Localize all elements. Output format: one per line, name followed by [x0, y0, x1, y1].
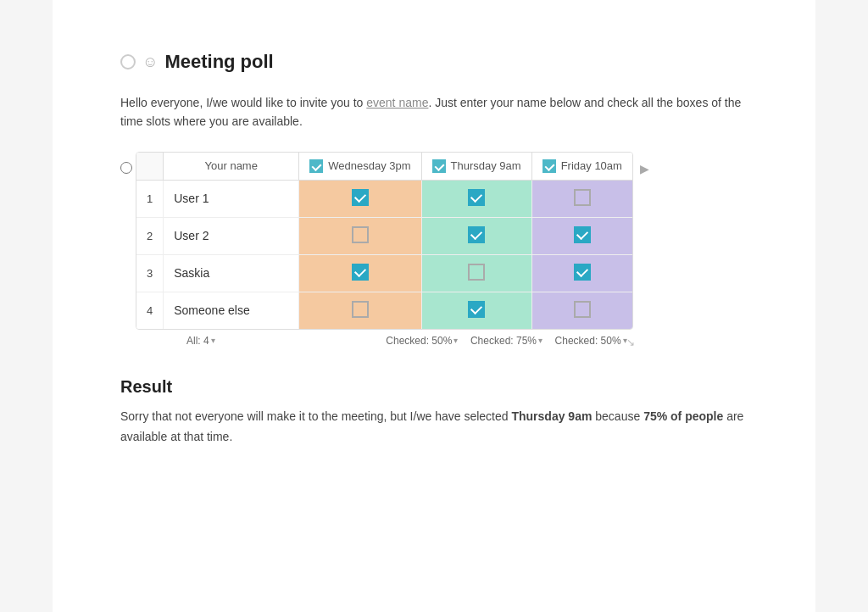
poll-table-wrapper: Your name Wednesday 3pm — [136, 152, 633, 330]
row-wednesday-cell[interactable] — [299, 180, 421, 217]
checkbox-wednesday-1[interactable] — [352, 189, 369, 206]
row-number-cell: 3 — [136, 254, 164, 292]
row-friday-cell[interactable] — [531, 217, 632, 254]
result-title: Result — [120, 377, 748, 397]
friday-header: Friday 10am — [531, 153, 632, 181]
checkbox-friday-2[interactable] — [574, 226, 591, 243]
poll-container: Your name Wednesday 3pm — [120, 152, 748, 350]
row-friday-cell[interactable] — [531, 254, 632, 292]
checkbox-friday-1[interactable] — [574, 189, 591, 206]
row-name-cell: User 1 — [164, 180, 299, 217]
row-thursday-cell[interactable] — [421, 217, 531, 254]
row-wednesday-cell[interactable] — [299, 254, 421, 292]
table-row: 3Saskia — [136, 254, 632, 292]
checkbox-thursday-3[interactable] — [468, 264, 485, 281]
table-row: 2User 2 — [136, 217, 632, 254]
row-thursday-cell[interactable] — [421, 180, 531, 217]
row-wednesday-cell[interactable] — [299, 217, 421, 254]
result-percentage: 75% of people — [643, 409, 723, 423]
row-name-cell: Someone else — [164, 292, 299, 329]
row-name-cell: User 2 — [164, 217, 299, 254]
expand-arrow[interactable]: ▶ — [640, 162, 649, 175]
row-thursday-cell[interactable] — [421, 292, 531, 329]
checkbox-wednesday-4[interactable] — [352, 301, 369, 318]
thursday-header-checkbox[interactable] — [432, 159, 446, 173]
radio-icon — [120, 54, 136, 70]
table-header-row: Your name Wednesday 3pm — [136, 153, 632, 181]
name-col-header: Your name — [164, 153, 299, 181]
row-number-cell: 2 — [136, 217, 164, 254]
smiley-icon: ☺ — [142, 53, 158, 71]
table-row: 1User 1 — [136, 180, 632, 217]
selected-slot: Thursday 9am — [511, 409, 592, 423]
poll-radio-input[interactable] — [120, 162, 132, 174]
poll-radio[interactable] — [120, 162, 132, 176]
row-friday-cell[interactable] — [531, 180, 632, 217]
wednesday-dropdown-arrow[interactable]: ▾ — [453, 336, 458, 345]
row-num-header — [136, 153, 164, 181]
checkbox-wednesday-3[interactable] — [352, 264, 369, 281]
row-number-cell: 4 — [136, 292, 164, 329]
checkbox-wednesday-2[interactable] — [352, 226, 369, 243]
result-text: Sorry that not everyone will make it to … — [120, 407, 748, 448]
thursday-dropdown-arrow[interactable]: ▾ — [538, 336, 542, 345]
table-footer: All: 4 ▾ Checked: 50% ▾ Checked: 75% ▾ C… — [136, 330, 633, 350]
checkbox-friday-4[interactable] — [574, 301, 591, 318]
thursday-header: Thursday 9am — [421, 153, 531, 181]
poll-table: Your name Wednesday 3pm — [136, 153, 632, 329]
poll-table-outer: Your name Wednesday 3pm — [136, 152, 633, 350]
checkbox-thursday-2[interactable] — [468, 226, 485, 243]
row-name-cell: Saskia — [164, 254, 299, 292]
all-dropdown-arrow[interactable]: ▾ — [211, 336, 215, 345]
wednesday-header-checkbox[interactable] — [309, 159, 323, 173]
friday-header-checkbox[interactable] — [542, 159, 556, 173]
footer-thursday: Checked: 75% ▾ — [465, 335, 549, 347]
checkbox-thursday-4[interactable] — [468, 301, 485, 318]
table-row: 4Someone else — [136, 292, 632, 329]
checkbox-friday-3[interactable] — [574, 264, 591, 281]
row-friday-cell[interactable] — [531, 292, 632, 329]
wednesday-header: Wednesday 3pm — [299, 153, 421, 181]
result-section: Result Sorry that not everyone will make… — [120, 377, 748, 448]
footer-wednesday: Checked: 50% ▾ — [380, 335, 465, 347]
intro-paragraph: Hello everyone, I/we would like to invit… — [120, 93, 748, 131]
row-number-cell: 1 — [136, 180, 164, 217]
page-title: Meeting poll — [164, 51, 273, 73]
footer-friday: Checked: 50% ▾ — [548, 335, 633, 347]
event-name-link[interactable]: event name — [366, 96, 428, 109]
resize-handle[interactable]: ↘ — [626, 337, 635, 348]
row-thursday-cell[interactable] — [421, 254, 531, 292]
checkbox-thursday-1[interactable] — [468, 189, 485, 206]
row-wednesday-cell[interactable] — [299, 292, 421, 329]
footer-all: All: 4 ▾ — [159, 335, 380, 347]
